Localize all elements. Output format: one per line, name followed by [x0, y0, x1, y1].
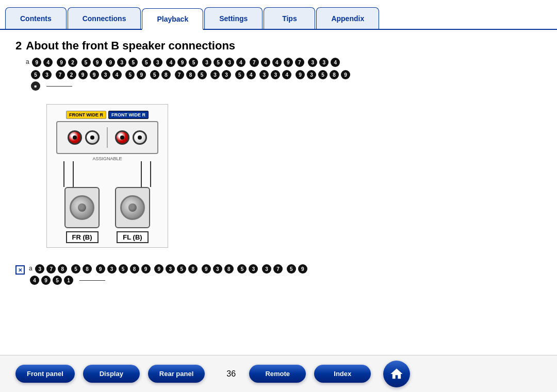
- navigation-tabs: Contents Connections Playback Settings T…: [0, 0, 557, 30]
- bottom-navigation: Front panel Display Rear panel 36 Remote…: [0, 355, 557, 392]
- adjustable-label: ASSIGNABLE: [92, 156, 122, 161]
- front-wide-r-label: FRONT WIDE R: [66, 111, 106, 119]
- note-section: ✕ a 378 58 93589 9358 938 53 37 59 4951: [15, 264, 542, 285]
- section-number: 2: [15, 39, 22, 53]
- display-button[interactable]: Display: [83, 365, 140, 383]
- body-text-3: ■: [30, 81, 542, 91]
- speakers-row: FR (B) FL (B): [64, 187, 150, 243]
- main-content: 2 About the front B speaker connections …: [0, 30, 557, 294]
- speaker-fl-b: FL (B): [115, 187, 150, 243]
- speaker-fr-b: FR (B): [64, 187, 100, 243]
- page-number: 36: [223, 369, 239, 379]
- rca-jack-fl-white: [133, 130, 147, 145]
- rca-jack-fl-red: [115, 130, 129, 145]
- home-button[interactable]: [383, 361, 410, 387]
- home-icon: [389, 367, 404, 381]
- remote-button[interactable]: Remote: [249, 365, 306, 383]
- rca-jack-fr-red: [68, 130, 82, 145]
- front-wide-r-indicator: FRONT WIDE R: [108, 111, 149, 119]
- tab-settings[interactable]: Settings: [204, 7, 263, 29]
- tab-connections[interactable]: Connections: [68, 7, 141, 29]
- front-panel-button[interactable]: Front panel: [15, 365, 75, 383]
- index-button[interactable]: Index: [314, 365, 371, 383]
- speaker-diagram: FRONT WIDE R FRONT WIDE R: [46, 104, 168, 248]
- note-line-1: a 378 58 93589 9358 938 53 37 59: [29, 264, 308, 274]
- body-text-2: 53 729934 59 58 785 33 54 334 93589: [30, 70, 542, 79]
- note-icon: ✕: [15, 265, 25, 275]
- tab-playback[interactable]: Playback: [142, 8, 203, 30]
- note-line-2: 4951: [29, 276, 308, 285]
- body-text-1: a 94 92 59 935 53 495 3534 74497 334: [26, 58, 542, 67]
- connector-panel: [56, 121, 158, 154]
- tab-appendix[interactable]: Appendix: [316, 7, 379, 29]
- speaker-fl-label: FL (B): [117, 231, 148, 243]
- speaker-fr-label: FR (B): [66, 231, 99, 243]
- page-title: About the front B speaker connections: [26, 39, 235, 53]
- tab-contents[interactable]: Contents: [5, 7, 67, 29]
- note-content: a 378 58 93589 9358 938 53 37 59 4951: [29, 264, 308, 285]
- rear-panel-button[interactable]: Rear panel: [148, 365, 205, 383]
- rca-jack-fr-white: [85, 130, 100, 145]
- tab-tips[interactable]: Tips: [264, 7, 315, 29]
- wires: [63, 161, 151, 187]
